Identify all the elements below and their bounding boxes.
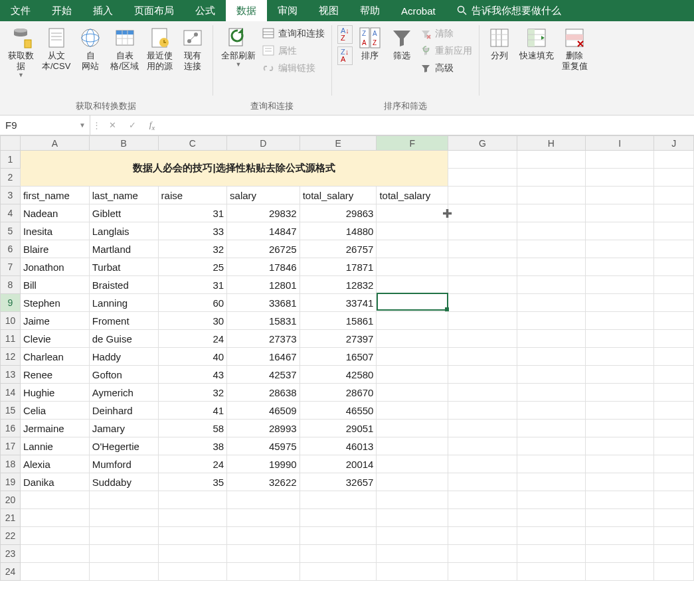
cell[interactable] — [227, 545, 300, 563]
row-header-8[interactable]: 8 — [1, 276, 21, 294]
row-header-1[interactable]: 1 — [1, 151, 21, 169]
row-header-10[interactable]: 10 — [1, 312, 21, 330]
get-data-btn-2[interactable]: 自 网站 — [74, 24, 106, 72]
cell[interactable] — [448, 455, 517, 473]
cell[interactable] — [517, 222, 585, 240]
cell[interactable] — [517, 563, 585, 581]
cell[interactable]: 29832 — [227, 204, 300, 222]
cell[interactable]: Alexia — [20, 455, 89, 473]
reapply-button[interactable]: 重新应用 — [418, 42, 475, 60]
cell[interactable]: 14847 — [227, 222, 300, 240]
cell[interactable] — [585, 563, 653, 581]
row-header-6[interactable]: 6 — [1, 240, 21, 258]
filter-button[interactable]: 筛选 — [386, 24, 418, 61]
cell[interactable] — [585, 222, 653, 240]
cell[interactable] — [377, 384, 448, 402]
cell[interactable] — [654, 330, 694, 348]
cell[interactable] — [654, 366, 694, 384]
get-data-btn-3[interactable]: 自表 格/区域 — [106, 24, 143, 72]
cell[interactable]: 27373 — [227, 330, 300, 348]
clear-filter-button[interactable]: 清除 — [418, 25, 475, 42]
cell[interactable] — [377, 563, 448, 581]
cell[interactable] — [654, 258, 694, 276]
cell[interactable] — [585, 312, 653, 330]
cell[interactable] — [377, 294, 448, 312]
cell[interactable] — [517, 294, 585, 312]
sort-asc-button[interactable]: A↓Z — [337, 25, 353, 44]
cell[interactable]: 14880 — [300, 222, 377, 240]
cell[interactable] — [448, 204, 517, 222]
sort-button[interactable]: ZAAZ 排序 — [354, 24, 386, 61]
cell[interactable] — [517, 276, 585, 294]
row-header-15[interactable]: 15 — [1, 402, 21, 420]
cell[interactable]: 26757 — [300, 240, 377, 258]
cell[interactable] — [377, 491, 448, 509]
cell[interactable] — [517, 204, 585, 222]
cell[interactable]: 17871 — [300, 258, 377, 276]
cell[interactable]: 17846 — [227, 258, 300, 276]
cell[interactable]: 30 — [158, 312, 227, 330]
cell[interactable] — [300, 491, 377, 509]
cell[interactable] — [377, 204, 448, 222]
cell[interactable] — [448, 151, 517, 169]
cell[interactable] — [448, 330, 517, 348]
row-header-23[interactable]: 23 — [1, 545, 21, 563]
cell[interactable]: Lannie — [20, 437, 89, 455]
cell[interactable] — [517, 330, 585, 348]
cell[interactable] — [20, 545, 89, 563]
cell[interactable] — [448, 527, 517, 545]
row-header-13[interactable]: 13 — [1, 366, 21, 384]
cell[interactable] — [377, 473, 448, 491]
cell[interactable] — [585, 169, 653, 187]
menu-tab-6[interactable]: 审阅 — [267, 0, 308, 21]
cell[interactable]: Renee — [20, 366, 89, 384]
cell[interactable] — [654, 204, 694, 222]
cell[interactable] — [227, 527, 300, 545]
cell[interactable] — [448, 563, 517, 581]
cell[interactable] — [89, 545, 158, 563]
cell[interactable] — [377, 258, 448, 276]
name-box[interactable]: ▼ — [0, 116, 90, 135]
cell[interactable]: 40 — [158, 348, 227, 366]
cell[interactable] — [585, 455, 653, 473]
cell[interactable] — [585, 348, 653, 366]
cell[interactable]: 16507 — [300, 348, 377, 366]
cell[interactable]: Lanning — [89, 294, 158, 312]
cell[interactable] — [300, 509, 377, 527]
cell[interactable] — [448, 384, 517, 402]
cell[interactable] — [517, 240, 585, 258]
cell[interactable] — [517, 312, 585, 330]
cell[interactable]: Braisted — [89, 276, 158, 294]
cell[interactable] — [448, 222, 517, 240]
cell[interactable] — [448, 402, 517, 420]
cell[interactable]: 33 — [158, 222, 227, 240]
cell[interactable] — [654, 169, 694, 187]
cell[interactable] — [654, 348, 694, 366]
cell[interactable] — [448, 491, 517, 509]
cell[interactable] — [585, 330, 653, 348]
formula-input[interactable] — [162, 116, 694, 135]
cell[interactable]: Danika — [20, 473, 89, 491]
cell[interactable] — [585, 294, 653, 312]
cell[interactable] — [377, 402, 448, 420]
cell[interactable] — [158, 509, 227, 527]
cell[interactable]: Celia — [20, 402, 89, 420]
cell[interactable] — [654, 240, 694, 258]
cell[interactable] — [585, 366, 653, 384]
cell[interactable]: 46550 — [300, 402, 377, 420]
cell[interactable] — [158, 563, 227, 581]
cell[interactable]: 29051 — [300, 420, 377, 437]
cell[interactable]: Inesita — [20, 222, 89, 240]
cell[interactable]: 24 — [158, 455, 227, 473]
col-header-I[interactable]: I — [585, 136, 653, 151]
cell[interactable]: Jamary — [89, 420, 158, 437]
row-header-4[interactable]: 4 — [1, 204, 21, 222]
cell[interactable] — [585, 545, 653, 563]
cell[interactable]: 46509 — [227, 402, 300, 420]
cell[interactable]: Jermaine — [20, 420, 89, 437]
cell[interactable]: 16467 — [227, 348, 300, 366]
edit-links-button[interactable]: 编辑链接 — [260, 60, 327, 77]
advanced-filter-button[interactable]: 高级 — [418, 60, 475, 77]
cell[interactable] — [654, 384, 694, 402]
cell[interactable]: 43 — [158, 366, 227, 384]
